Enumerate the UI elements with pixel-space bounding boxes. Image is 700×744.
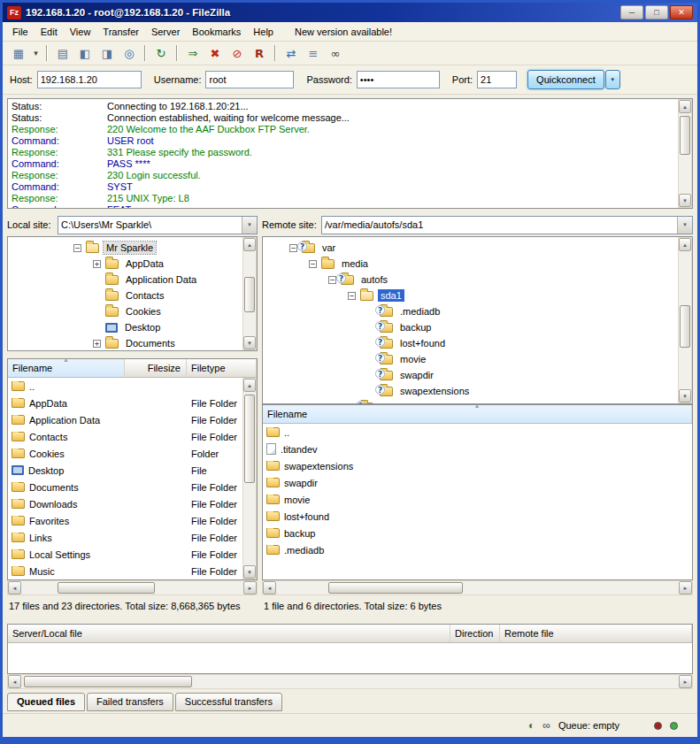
scroll-thumb[interactable] xyxy=(244,277,255,312)
expander-minus-icon[interactable]: − xyxy=(289,244,297,252)
tree-item-backup[interactable]: ?backup xyxy=(263,319,692,335)
transfer-queue-body[interactable] xyxy=(8,643,692,674)
expander-minus-icon[interactable]: − xyxy=(73,244,81,252)
scroll-up-button[interactable]: ▲ xyxy=(679,100,691,113)
cancel-icon[interactable]: ✖ xyxy=(204,43,226,63)
file-row-appdata[interactable]: AppDataFile Folder xyxy=(8,395,257,411)
queue-hscrollbar[interactable]: ◄► xyxy=(7,674,693,689)
column-header-direction[interactable]: Direction xyxy=(450,625,500,642)
message-log[interactable]: Status:Connecting to 192.168.1.20:21...S… xyxy=(7,98,693,209)
remote-tree-scrollbar[interactable]: ▲▼ xyxy=(678,237,692,403)
menu-item-bookmarks[interactable]: Bookmarks xyxy=(186,24,247,40)
password-input[interactable] xyxy=(357,71,440,88)
tree-item-documents[interactable]: +Documents xyxy=(8,335,257,351)
scroll-down-button[interactable]: ▼ xyxy=(679,389,691,403)
file-row-swapdir[interactable]: swapdir xyxy=(263,474,692,491)
file-row-parent[interactable]: .. xyxy=(8,378,257,395)
process-queue-icon[interactable]: ⇒ xyxy=(182,43,204,63)
file-row-swapextensions[interactable]: swapextensions xyxy=(263,457,692,474)
port-input[interactable] xyxy=(477,71,517,88)
scroll-thumb[interactable] xyxy=(58,582,155,594)
tree-item-contacts[interactable]: Contacts xyxy=(8,288,257,303)
filter-icon[interactable]: ◎ xyxy=(119,43,140,63)
local-tree-scrollbar[interactable]: ▲▼ xyxy=(242,237,257,350)
file-row-links[interactable]: LinksFile Folder xyxy=(8,529,257,546)
file-row-titandev[interactable]: .titandev xyxy=(263,441,692,457)
tab-failed-transfers[interactable]: Failed transfers xyxy=(87,693,173,711)
file-row-favorites[interactable]: FavoritesFile Folder xyxy=(8,512,257,529)
quickconnect-button[interactable]: Quickconnect xyxy=(527,70,604,89)
message-log-toggle-icon[interactable]: ▤ xyxy=(52,43,73,63)
tree-item-var[interactable]: −?var xyxy=(263,240,692,256)
local-tree-toggle-icon[interactable]: ◧ xyxy=(74,43,96,63)
scroll-up-button[interactable]: ▲ xyxy=(243,238,256,251)
speed-limits-icon[interactable]: ◐ xyxy=(528,719,535,732)
tree-item-media[interactable]: −media xyxy=(263,256,692,272)
column-header-server-local-file[interactable]: Server/Local file xyxy=(8,625,450,642)
file-row-mediadb[interactable]: .mediadb xyxy=(263,541,692,558)
close-button[interactable]: ✕ xyxy=(670,5,693,19)
scroll-thumb[interactable] xyxy=(680,305,690,348)
file-row-cookies[interactable]: CookiesFolder xyxy=(8,445,257,462)
reconnect-icon[interactable]: R xyxy=(249,43,270,63)
message-log-scrollbar[interactable]: ▲▼ xyxy=(678,99,692,208)
tab-successful-transfers[interactable]: Successful transfers xyxy=(175,693,282,711)
directory-comparison-icon[interactable]: ⇄ xyxy=(281,43,302,63)
username-input[interactable] xyxy=(205,71,294,88)
scroll-thumb[interactable] xyxy=(328,582,463,594)
title-bar[interactable]: Fz 192.168.1.20 - root@192.168.1.20 - Fi… xyxy=(3,3,697,22)
scroll-up-button[interactable]: ▲ xyxy=(243,379,256,392)
menu-item-help[interactable]: Help xyxy=(247,24,280,40)
file-row-parent[interactable]: .. xyxy=(263,424,692,441)
file-row-music[interactable]: MusicFile Folder xyxy=(8,563,257,579)
file-row-backup[interactable]: backup xyxy=(263,525,692,541)
file-row-lost-found[interactable]: lost+found xyxy=(263,508,692,525)
filezilla-app-icon[interactable]: Fz xyxy=(7,6,21,19)
tree-item-mr-sparkle[interactable]: −Mr Sparkle xyxy=(8,240,257,256)
expander-minus-icon[interactable]: − xyxy=(309,260,317,268)
tree-item-swapdir[interactable]: ?swapdir xyxy=(263,367,692,383)
quickconnect-dropdown-button[interactable]: ▼ xyxy=(605,70,620,89)
local-list-hscrollbar[interactable]: ◄► xyxy=(7,580,258,595)
menu-item-file[interactable]: File xyxy=(6,24,35,40)
scroll-right-button[interactable]: ► xyxy=(679,675,692,688)
scroll-down-button[interactable]: ▼ xyxy=(679,194,691,207)
filter-status-icon[interactable]: ∞ xyxy=(542,719,550,732)
scroll-thumb[interactable] xyxy=(24,676,192,687)
menu-item-edit[interactable]: Edit xyxy=(35,24,64,40)
scroll-left-button[interactable]: ◄ xyxy=(8,675,21,688)
menu-item-new-version-available[interactable]: New version available! xyxy=(288,24,398,40)
host-input[interactable] xyxy=(37,71,142,88)
maximize-button[interactable]: □ xyxy=(645,5,668,19)
local-site-combobox[interactable]: C:\Users\Mr Sparkle\ ▼ xyxy=(58,216,258,234)
site-manager-dropdown-icon[interactable]: ▾ xyxy=(30,43,42,63)
file-row-documents[interactable]: DocumentsFile Folder xyxy=(8,479,257,495)
scroll-down-button[interactable]: ▼ xyxy=(243,336,256,349)
tree-item-desktop[interactable]: Desktop xyxy=(8,319,257,335)
column-header-filesize[interactable]: Filesize xyxy=(125,359,187,377)
tree-item-cookies[interactable]: Cookies xyxy=(8,303,257,319)
file-row-desktop[interactable]: DesktopFile xyxy=(8,462,257,479)
menu-item-view[interactable]: View xyxy=(64,24,97,40)
column-header-filename[interactable]: Filename▲ xyxy=(8,359,125,377)
tree-item-lost-found[interactable]: ?lost+found xyxy=(263,335,692,351)
menu-item-server[interactable]: Server xyxy=(145,24,186,40)
remote-list-hscrollbar[interactable]: ◄► xyxy=(262,580,693,595)
tree-item-swapextensions[interactable]: ?swapextensions xyxy=(263,383,692,399)
file-row-movie[interactable]: movie xyxy=(263,491,692,508)
tree-item-appdata[interactable]: +AppData xyxy=(8,256,257,272)
file-row-downloads[interactable]: DownloadsFile Folder xyxy=(8,495,257,512)
minimize-button[interactable]: ─ xyxy=(620,5,643,19)
remote-site-dropdown-icon[interactable]: ▼ xyxy=(677,217,692,234)
scroll-left-button[interactable]: ◄ xyxy=(8,581,21,594)
scroll-right-button[interactable]: ► xyxy=(679,581,692,594)
tab-queued-files[interactable]: Queued files xyxy=(7,693,85,711)
expander-plus-icon[interactable]: + xyxy=(93,260,101,268)
column-header-filename[interactable]: Filename▲ xyxy=(263,405,692,423)
tree-item-movie[interactable]: ?movie xyxy=(263,351,692,367)
tree-item-application-data[interactable]: Application Data xyxy=(8,272,257,288)
file-row-local-settings[interactable]: Local SettingsFile Folder xyxy=(8,546,257,563)
file-row-application-data[interactable]: Application DataFile Folder xyxy=(8,411,257,428)
menu-item-transfer[interactable]: Transfer xyxy=(96,24,145,40)
tree-item-autofs[interactable]: −?autofs xyxy=(263,272,692,288)
